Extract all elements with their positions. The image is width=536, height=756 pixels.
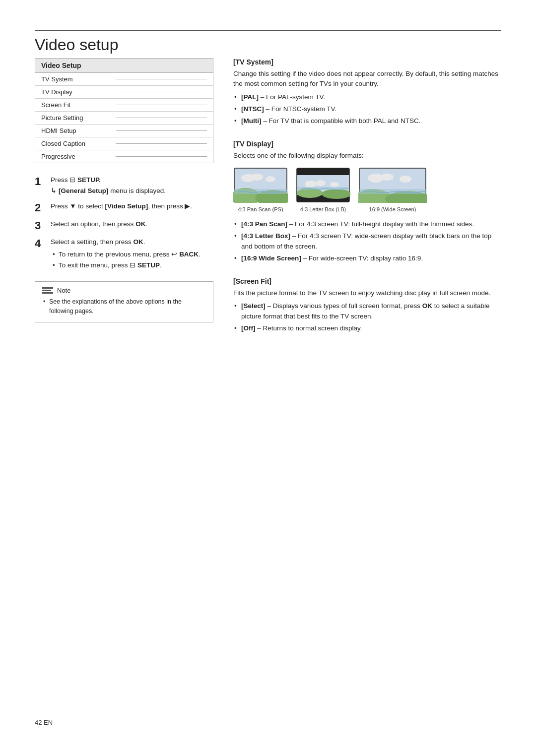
- menu-table-header: Video Setup: [35, 59, 213, 73]
- tv-display-lb-label: 4:3 Letter Box (LB): [300, 205, 346, 214]
- section-screen-fit-body: Fits the picture format to the TV screen…: [233, 288, 501, 333]
- step-3-num: 3: [35, 219, 46, 232]
- svg-point-19: [400, 176, 411, 183]
- section-tv-system-body: Change this setting if the video does no…: [233, 69, 501, 126]
- menu-row-label: TV Display: [41, 88, 111, 96]
- note-item: See the explanations of the above option…: [42, 297, 206, 316]
- menu-table-row: HDMI Setup: [35, 125, 213, 137]
- page-footer: 42 EN: [35, 719, 53, 726]
- svg-rect-8: [297, 168, 349, 175]
- svg-point-11: [316, 180, 326, 186]
- menu-row-label: TV System: [41, 75, 111, 83]
- section-tv-system: [TV System] Change this setting if the v…: [233, 58, 501, 126]
- menu-table-row: TV Display: [35, 86, 213, 99]
- tv-display-ws: 16:9 (Wide Screen): [358, 167, 427, 214]
- step-4-content: Select a setting, then press OK. To retu…: [51, 237, 201, 271]
- tv-display-ws-label: 16:9 (Wide Screen): [369, 205, 416, 214]
- step-4: 4 Select a setting, then press OK. To re…: [35, 237, 213, 271]
- step-1-num: 1: [35, 175, 46, 188]
- svg-point-3: [266, 176, 275, 182]
- step-4-num: 4: [35, 237, 46, 250]
- menu-table-row: TV System: [35, 73, 213, 86]
- menu-row-label: Closed Caption: [41, 140, 111, 147]
- page-title: Video setup: [35, 30, 501, 54]
- tv-display-ps: 4:3 Pan Scan (PS): [233, 167, 288, 214]
- svg-point-12: [330, 182, 339, 187]
- section-tv-display-title: [TV Display]: [233, 140, 501, 148]
- svg-point-14: [322, 189, 350, 199]
- svg-point-18: [381, 174, 394, 181]
- tv-display-ps-label: 4:3 Pan Scan (PS): [238, 205, 283, 214]
- menu-table-row: Picture Setting: [35, 112, 213, 125]
- step-3-content: Select an option, then press OK.: [51, 219, 147, 229]
- svg-point-2: [251, 174, 263, 181]
- tv-screen-lb: [296, 167, 350, 203]
- section-tv-display-body: Selects one of the following display for…: [233, 151, 501, 263]
- note-label: Note: [57, 287, 70, 294]
- step-2-content: Press ▼ to select [Video Setup], then pr…: [51, 201, 192, 211]
- menu-row-label: Picture Setting: [41, 114, 111, 122]
- menu-table-row: Closed Caption: [35, 137, 213, 150]
- note-body: See the explanations of the above option…: [42, 297, 206, 316]
- note-box: Note See the explanations of the above o…: [35, 281, 213, 322]
- note-icon: [42, 287, 53, 294]
- menu-row-label: HDMI Setup: [41, 127, 111, 134]
- right-column: [TV System] Change this setting if the v…: [233, 58, 501, 347]
- tv-display-illustrations: 4:3 Pan Scan (PS): [233, 167, 501, 214]
- section-screen-fit: [Screen Fit] Fits the picture format to …: [233, 277, 501, 333]
- step-1: 1 Press ⊟ SETUP. ↳ [General Setup] menu …: [35, 175, 213, 196]
- svg-point-10: [305, 181, 317, 188]
- menu-table-row: Screen Fit: [35, 99, 213, 112]
- menu-table-row: Progressive: [35, 150, 213, 163]
- tv-display-lb: 4:3 Letter Box (LB): [296, 167, 350, 214]
- tv-screen-ps: [233, 167, 288, 203]
- steps-section: 1 Press ⊟ SETUP. ↳ [General Setup] menu …: [35, 175, 213, 271]
- section-tv-system-title: [TV System]: [233, 58, 501, 66]
- step-1-content: Press ⊟ SETUP. ↳ [General Setup] menu is…: [51, 175, 166, 196]
- section-tv-display: [TV Display] Selects one of the followin…: [233, 140, 501, 263]
- tv-screen-ws: [358, 167, 427, 203]
- left-column: Video Setup TV SystemTV DisplayScreen Fi…: [35, 58, 213, 347]
- step-2: 2 Press ▼ to select [Video Setup], then …: [35, 201, 213, 214]
- menu-row-label: Screen Fit: [41, 101, 111, 109]
- menu-row-label: Progressive: [41, 153, 111, 160]
- step-2-num: 2: [35, 201, 46, 214]
- note-header: Note: [42, 287, 206, 294]
- section-screen-fit-title: [Screen Fit]: [233, 277, 501, 285]
- step-3: 3 Select an option, then press OK.: [35, 219, 213, 232]
- menu-table: Video Setup TV SystemTV DisplayScreen Fi…: [35, 58, 213, 163]
